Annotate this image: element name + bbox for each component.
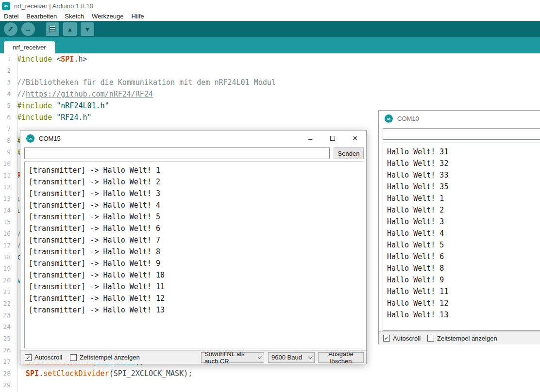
line-number: 18 — [0, 251, 15, 263]
menu-sketch[interactable]: Sketch — [61, 13, 88, 20]
serial-output-line: Hallo Welt! 32 — [383, 158, 540, 169]
serial-output-line: Hallo Welt! 33 — [383, 169, 540, 181]
com15-timestamp-label: Zeitstempel anzeigen — [80, 354, 140, 361]
serial-output-line: [transmitter] -> Hallo Welt! 10 — [25, 269, 363, 281]
up-arrow-icon: ▲ — [67, 26, 73, 33]
code-text: #include "nRF24L01.h" — [15, 100, 109, 112]
baud-rate-dropdown[interactable]: 9600 Baud — [268, 352, 315, 363]
code-line-3: 3//Bibliotheken für die Kommunikation mi… — [0, 77, 540, 88]
com10-serial-input[interactable] — [383, 128, 540, 140]
com15-serial-input[interactable] — [24, 147, 330, 159]
code-line-4: 4//https://github.com/nRF24/RF24 — [0, 88, 540, 100]
serial-monitor-com10: ∞ COM10 Hallo Welt! 31Hallo Welt! 32Hall… — [378, 110, 540, 344]
line-number: 3 — [0, 77, 15, 88]
com15-titlebar[interactable]: ∞ COM15 – × — [20, 131, 366, 146]
code-line-2: 2 — [0, 65, 540, 77]
tab-nrf-receiver[interactable]: nrf_receiver — [4, 41, 55, 53]
tabstrip: nrf_receiver — [0, 37, 540, 53]
serial-output-line: [transmitter] -> Hallo Welt! 13 — [25, 304, 363, 316]
code-line-1: 1#include <SPI.h> — [0, 53, 540, 65]
com10-autoscroll-checkbox[interactable]: ✓ — [383, 335, 390, 342]
com10-titlebar[interactable]: ∞ COM10 — [379, 111, 540, 127]
code-text: #include <SPI.h> — [15, 53, 87, 65]
close-icon[interactable]: × — [344, 131, 366, 146]
line-number: 27 — [0, 356, 15, 368]
serial-output-line: Hallo Welt! 8 — [383, 262, 540, 274]
com10-serial-output[interactable]: Hallo Welt! 31Hallo Welt! 32Hallo Welt! … — [383, 143, 540, 331]
menu-bearbeiten[interactable]: Bearbeiten — [22, 13, 61, 20]
arduino-logo-icon: ∞ — [385, 114, 393, 123]
com10-autoscroll-label: Autoscroll — [393, 335, 421, 342]
document-icon — [50, 26, 55, 33]
line-number: 8 — [0, 135, 15, 147]
serial-output-line: Hallo Welt! 2 — [383, 204, 540, 216]
com10-bottombar: ✓ Autoscroll Zeitstempel anzeigen — [379, 331, 540, 344]
menubar: DateiBearbeitenSketchWerkzeugeHilfe — [0, 12, 540, 21]
code-text — [15, 123, 17, 135]
menu-werkzeuge[interactable]: Werkzeuge — [88, 13, 128, 20]
line-number: 23 — [0, 310, 15, 321]
save-button[interactable]: ▼ — [81, 22, 94, 36]
line-number: 26 — [0, 344, 15, 356]
code-text — [15, 321, 17, 333]
code-line-29: 29 — [0, 379, 540, 391]
serial-output-line: Hallo Welt! 11 — [383, 286, 540, 297]
code-text — [15, 65, 17, 77]
serial-output-line: [transmitter] -> Hallo Welt! 6 — [25, 223, 363, 234]
maximize-icon[interactable] — [321, 131, 344, 146]
serial-output-line: [transmitter] -> Hallo Welt! 7 — [25, 234, 363, 246]
line-number: 4 — [0, 88, 15, 100]
code-text: #include "RF24.h" — [15, 112, 92, 123]
line-number: 11 — [0, 170, 15, 181]
clear-output-button[interactable]: Ausgabe löschen — [318, 352, 364, 363]
code-text: //Bibliotheken für die Kommunikation mit… — [15, 77, 276, 88]
code-text — [15, 310, 17, 321]
line-number: 17 — [0, 240, 15, 251]
upload-button[interactable]: → — [21, 22, 35, 36]
line-number: 7 — [0, 123, 15, 135]
serial-monitor-com15: ∞ COM15 – × Senden [transmitter] -> Hall… — [20, 130, 367, 364]
line-number: 5 — [0, 100, 15, 112]
gutter-divider — [17, 53, 18, 392]
verify-button[interactable]: ✓ — [4, 22, 17, 36]
com15-autoscroll-checkbox[interactable]: ✓ — [25, 354, 32, 361]
new-sketch-button[interactable] — [46, 22, 59, 36]
line-number: 6 — [0, 112, 15, 123]
serial-output-line: [transmitter] -> Hallo Welt! 2 — [25, 176, 363, 188]
serial-output-line: Hallo Welt! 12 — [383, 297, 540, 309]
serial-output-line: Hallo Welt! 35 — [383, 181, 540, 193]
line-number: 25 — [0, 333, 15, 344]
line-number: 12 — [0, 181, 15, 193]
menu-hilfe[interactable]: Hilfe — [128, 13, 148, 20]
serial-output-line: Hallo Welt! 1 — [383, 193, 540, 204]
window-title: nrf_receiver | Arduino 1.8.10 — [14, 2, 93, 10]
send-button[interactable]: Senden — [334, 147, 364, 159]
com15-serial-output[interactable]: [transmitter] -> Hallo Welt! 1[transmitt… — [24, 162, 363, 348]
menu-datei[interactable]: Datei — [0, 13, 22, 20]
line-number: 13 — [0, 193, 15, 205]
line-ending-dropdown[interactable]: Sowohl NL als auch CR — [201, 352, 264, 363]
code-text — [15, 379, 17, 391]
minimize-icon[interactable]: – — [299, 131, 321, 146]
arduino-logo-icon: ∞ — [2, 2, 10, 10]
open-button[interactable]: ▲ — [63, 22, 77, 36]
code-text — [15, 263, 17, 275]
line-number: 24 — [0, 321, 15, 333]
baud-rate-value: 9600 Baud — [271, 354, 302, 361]
line-number: 2 — [0, 65, 15, 77]
serial-output-line: Hallo Welt! 3 — [383, 216, 540, 228]
right-arrow-icon: → — [24, 25, 32, 33]
arduino-logo-icon: ∞ — [26, 134, 34, 143]
com10-timestamp-checkbox[interactable] — [427, 335, 434, 342]
serial-output-line: [transmitter] -> Hallo Welt! 3 — [25, 188, 363, 199]
line-number: 20 — [0, 275, 15, 286]
line-number: 21 — [0, 286, 15, 298]
com15-autoscroll-label: Autoscroll — [34, 354, 62, 361]
serial-output-line: [transmitter] -> Hallo Welt! 5 — [25, 211, 363, 223]
com15-timestamp-checkbox[interactable] — [70, 354, 77, 361]
serial-output-line: [transmitter] -> Hallo Welt! 1 — [25, 164, 363, 176]
arduino-ide-window: ∞ nrf_receiver | Arduino 1.8.10 DateiBea… — [0, 0, 540, 392]
code-text — [15, 298, 17, 310]
serial-output-line: [transmitter] -> Hallo Welt! 11 — [25, 281, 363, 293]
serial-output-line: Hallo Welt! 5 — [383, 239, 540, 251]
